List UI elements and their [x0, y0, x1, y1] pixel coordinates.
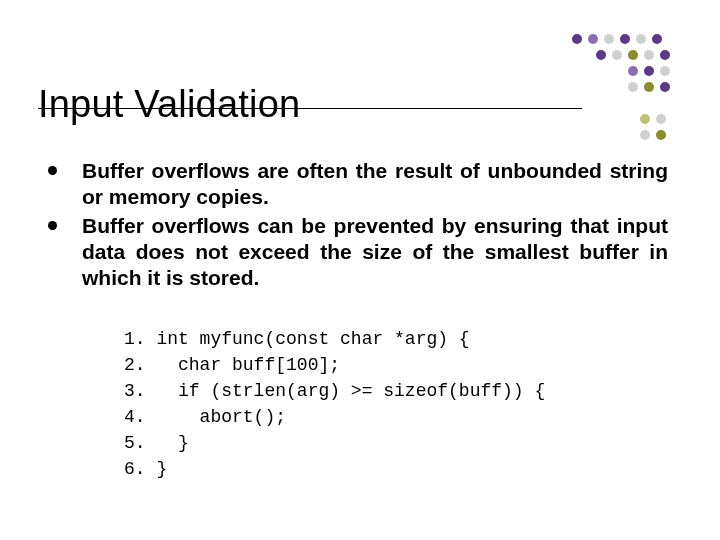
code-block: 1. int myfunc(const char *arg) { 2. char…	[124, 326, 545, 483]
code-line: 1. int myfunc(const char *arg) {	[124, 329, 470, 349]
bullet-icon	[48, 221, 57, 230]
slide: Input Validation Buffer overflows	[0, 0, 720, 540]
code-line: 4. abort();	[124, 407, 286, 427]
decorative-dots	[572, 34, 692, 144]
code-line: 5. }	[124, 433, 189, 453]
bullet-text: Buffer overflows are often the result of…	[82, 159, 668, 208]
bullet-text: Buffer overflows can be prevented by ens…	[82, 214, 668, 290]
code-line: 2. char buff[100];	[124, 355, 340, 375]
bullet-item: Buffer overflows are often the result of…	[48, 158, 668, 211]
code-line: 6. }	[124, 459, 167, 479]
code-line: 3. if (strlen(arg) >= sizeof(buff)) {	[124, 381, 545, 401]
bullet-item: Buffer overflows can be prevented by ens…	[48, 213, 668, 292]
title-underline	[38, 108, 582, 109]
content-area: Buffer overflows are often the result of…	[48, 158, 668, 293]
slide-title: Input Validation	[38, 83, 300, 126]
bullet-icon	[48, 166, 57, 175]
